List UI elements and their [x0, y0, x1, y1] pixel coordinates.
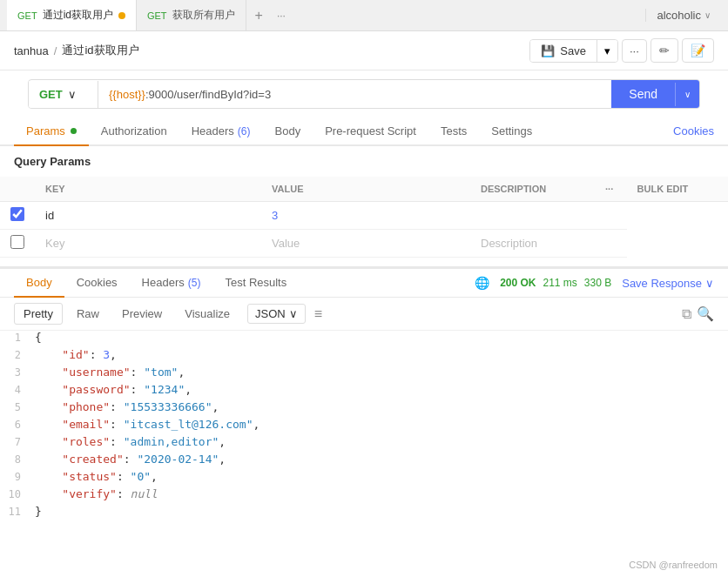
code-line: 9 "status": "0", [0, 470, 728, 487]
workspace-name-label: alcoholic [657, 9, 701, 22]
url-suffix-part: :9000/user/findById?id=3 [145, 88, 271, 101]
res-tab-body-label: Body [26, 276, 52, 289]
tab-method-get2: GET [147, 10, 167, 21]
tab-headers-label: Headers [192, 124, 234, 138]
cookies-link[interactable]: Cookies [673, 117, 714, 144]
line-number: 3 [0, 366, 31, 383]
method-text: GET [39, 88, 63, 101]
code-line: 8 "created": "2020-02-14", [0, 453, 728, 470]
query-params-title: Query Params [0, 146, 728, 177]
res-tab-tests[interactable]: Test Results [212, 269, 299, 298]
code-line: 10 "verify": null [0, 487, 728, 505]
params-table-header: KEY VALUE DESCRIPTION ··· Bulk Edit [0, 177, 728, 202]
url-input[interactable]: {{host}}:9000/user/findById?id=3 [98, 81, 611, 108]
copy-icon[interactable]: ⧉ [682, 306, 691, 322]
fmt-tab-preview[interactable]: Preview [113, 304, 171, 324]
tab-settings[interactable]: Settings [479, 117, 544, 146]
send-label: Send [611, 80, 675, 108]
line-content: { [31, 331, 728, 348]
status-code: 200 OK [500, 277, 536, 289]
send-chevron-icon: ∨ [675, 83, 699, 106]
empty-row-checkbox[interactable] [10, 235, 24, 249]
line-content: "username": "tom", [31, 366, 728, 383]
line-number: 2 [0, 348, 31, 366]
row-value-cell: 3 [261, 202, 470, 230]
search-icon[interactable]: 🔍 [697, 305, 714, 322]
tab-tests[interactable]: Tests [428, 117, 479, 146]
tab-inactive[interactable]: GET 获取所有用户 [137, 0, 246, 30]
send-button[interactable]: Send ∨ [611, 80, 699, 108]
code-line: 7 "roles": "admin,editor", [0, 435, 728, 453]
line-number: 5 [0, 400, 31, 418]
format-select[interactable]: JSON ∨ [247, 304, 306, 324]
bulk-edit-dots: ··· [605, 184, 613, 194]
line-content: } [31, 505, 728, 522]
tab-authorization[interactable]: Authorization [89, 117, 179, 146]
comment-icon-button[interactable]: 📝 [682, 38, 714, 63]
format-label: JSON [255, 307, 286, 320]
table-row: id 3 [0, 202, 728, 230]
workspace-selector[interactable]: alcoholic ∨ [645, 9, 721, 22]
tab-prerequest[interactable]: Pre-request Script [313, 117, 428, 146]
row-more-cell [592, 202, 627, 230]
response-size: 330 B [584, 277, 611, 289]
res-tab-headers[interactable]: Headers (5) [130, 269, 213, 298]
tab-tests-label: Tests [441, 124, 467, 138]
tab-body[interactable]: Body [263, 117, 313, 146]
tab-more-button[interactable]: ··· [272, 10, 291, 22]
breadcrumb-current: 通过id获取用户 [62, 43, 138, 58]
empty-checkbox-cell [0, 230, 35, 258]
filter-icon[interactable]: ≡ [314, 306, 322, 322]
line-content: "password": "1234", [31, 383, 728, 400]
save-response-label: Save Response [622, 277, 702, 290]
tab-add-button[interactable]: + [246, 8, 272, 23]
fmt-tab-visualize[interactable]: Visualize [176, 304, 239, 324]
code-line: 1{ [0, 331, 728, 348]
save-chevron-button[interactable]: ▾ [597, 40, 617, 62]
method-chevron-icon: ∨ [68, 88, 77, 101]
tab-params[interactable]: Params [14, 117, 89, 146]
res-tab-cookies-label: Cookies [77, 276, 118, 289]
fmt-tab-raw[interactable]: Raw [68, 304, 108, 324]
code-line: 5 "phone": "15533336666", [0, 400, 728, 418]
method-select[interactable]: GET ∨ [29, 81, 98, 108]
save-response-chevron: ∨ [705, 277, 714, 290]
line-content: "verify": null [31, 487, 728, 505]
res-tab-tests-label: Test Results [225, 276, 286, 289]
res-tab-body[interactable]: Body [14, 269, 64, 298]
more-actions-button[interactable]: ··· [622, 39, 647, 63]
row-checkbox-cell [0, 202, 35, 230]
empty-desc-cell[interactable]: Description [470, 230, 592, 258]
col-desc-header: DESCRIPTION [470, 177, 592, 202]
empty-value-cell[interactable]: Value [261, 230, 470, 258]
code-line: 2 "id": 3, [0, 348, 728, 366]
globe-icon: 🌐 [475, 276, 489, 290]
code-line: 3 "username": "tom", [0, 366, 728, 383]
line-content: "status": "0", [31, 470, 728, 487]
breadcrumb-sep: / [54, 44, 57, 57]
empty-more-cell [592, 230, 627, 258]
response-section: Body Cookies Headers (5) Test Results 🌐 … [0, 266, 728, 522]
code-line: 4 "password": "1234", [0, 383, 728, 400]
edit-icon-button[interactable]: ✏ [650, 38, 678, 63]
tab-active[interactable]: GET 通过id获取用户 [7, 0, 137, 30]
fmt-tab-pretty[interactable]: Pretty [14, 303, 63, 325]
line-number: 8 [0, 453, 31, 470]
save-response-button[interactable]: Save Response ∨ [622, 277, 714, 290]
res-tab-cookies[interactable]: Cookies [64, 269, 130, 298]
tab-headers[interactable]: Headers (6) [179, 117, 263, 146]
tab-bar: GET 通过id获取用户 GET 获取所有用户 + ··· alcoholic … [0, 0, 728, 31]
url-bar-container: GET ∨ {{host}}:9000/user/findById?id=3 S… [14, 79, 714, 109]
bulk-edit-label[interactable]: Bulk Edit [627, 177, 728, 202]
tab-method-get: GET [17, 10, 37, 21]
request-tabs: Params Authorization Headers (6) Body Pr… [0, 117, 728, 146]
tab-authorization-label: Authorization [101, 124, 167, 138]
save-button[interactable]: 💾 Save [530, 40, 597, 62]
empty-key-cell[interactable]: Key [35, 230, 261, 258]
line-number: 7 [0, 435, 31, 453]
row-value: 3 [272, 209, 278, 222]
headers-count: (6) [238, 125, 251, 138]
response-tabs: Body Cookies Headers (5) Test Results 🌐 … [0, 269, 728, 298]
row-checkbox[interactable] [10, 207, 24, 221]
tab-params-label: Params [26, 124, 65, 138]
